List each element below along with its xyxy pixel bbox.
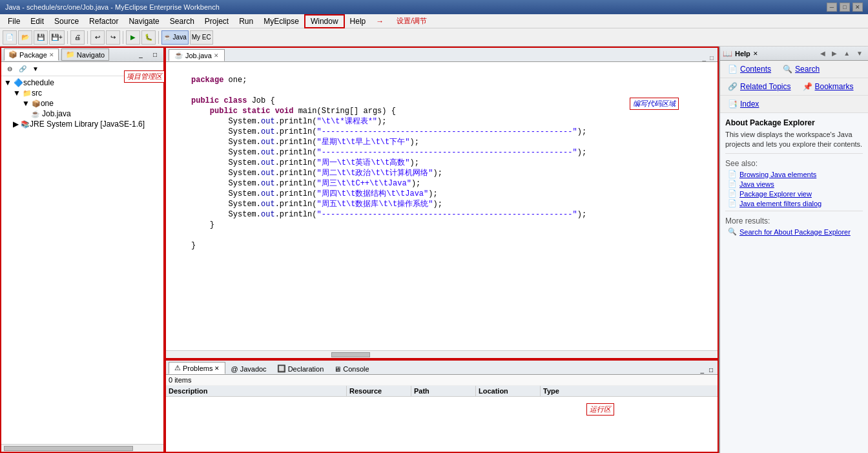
tab-navigator[interactable]: 📁 Navigato [61, 48, 109, 61]
tb-java-perspective[interactable]: ☕ Java [161, 30, 189, 45]
code-content[interactable]: package one; public class Job { public s… [189, 65, 718, 251]
col-header-path: Path [411, 386, 476, 396]
tree-item-jobjava[interactable]: ☕ Job.java [1, 109, 163, 119]
help-bookmarks-label[interactable]: Bookmarks [815, 82, 854, 91]
menu-file[interactable]: File [3, 16, 25, 27]
search-for-link[interactable]: 🔍 Search for About Package Explorer [720, 227, 868, 237]
tb-separator-2 [87, 31, 88, 44]
toolbar: 📄 📂 💾 💾+ 🖨 ↩ ↪ ▶ 🐛 ☕ Java My EC [0, 28, 868, 47]
help-contents-label[interactable]: Contents [740, 65, 771, 74]
tb-debug-button[interactable]: 🐛 [141, 30, 156, 45]
right-panel: 📖 Help ✕ ◀ ▶ ▲ ▼ 📄 Contents 🔍 Search [719, 47, 868, 453]
related-link-text-2[interactable]: Java views [739, 180, 774, 188]
javadoc-tab-label: Javadoc [240, 365, 267, 373]
tb-open-button[interactable]: 📂 [18, 30, 32, 45]
related-link-text-1[interactable]: Browsing Java elements [739, 171, 816, 178]
tb-save-all-button[interactable]: 💾+ [49, 30, 65, 45]
tb-undo-button[interactable]: ↩ [90, 30, 105, 45]
panel-max-button[interactable]: □ [149, 49, 161, 61]
tab-console[interactable]: 🖥 Console [329, 364, 374, 374]
bottom-min-button[interactable]: _ [698, 366, 706, 374]
menu-window[interactable]: Window [304, 14, 345, 28]
editor-hscrollbar[interactable] [166, 350, 718, 358]
bottom-tabs: ⚠ Problems ✕ @ Javadoc 🔲 Declaration 🖥 [166, 361, 718, 375]
editor-max-button[interactable]: □ [708, 54, 715, 61]
tree-item-src[interactable]: ▼ 📁 src [1, 88, 163, 98]
editor-scroll-thumb[interactable] [331, 352, 370, 357]
more-results-label: More results: [720, 214, 868, 227]
tb-run-button[interactable]: ▶ [126, 30, 140, 45]
related-link-3[interactable]: 📄 Package Explorer view [720, 189, 868, 198]
close-tab-icon[interactable]: ✕ [214, 52, 219, 59]
help-nav-prev[interactable]: ◀ [818, 48, 828, 58]
related-link-text-4[interactable]: Java element filters dialog [739, 200, 822, 207]
col-header-location: Location [476, 386, 541, 396]
minimize-button[interactable]: ─ [827, 3, 837, 12]
tb-new-button[interactable]: 📄 [3, 30, 17, 45]
tb-redo-button[interactable]: ↪ [106, 30, 120, 45]
declaration-tab-label: Declaration [288, 365, 324, 373]
tb-print-button[interactable]: 🖨 [70, 30, 85, 45]
left-panel-scrollbar[interactable] [1, 444, 163, 452]
tree-item-one[interactable]: ▼ 📦 one [1, 98, 163, 109]
editor-tab-controls: _ □ [701, 54, 715, 61]
link-editor-button[interactable]: 🔗 [17, 63, 28, 75]
help-bookmarks[interactable]: 📌 Bookmarks [798, 81, 859, 92]
related-link-icon-1: 📄 [728, 170, 737, 178]
help-index[interactable]: 📑 Index [723, 98, 764, 110]
tab-problems[interactable]: ⚠ Problems ✕ [169, 362, 225, 374]
right-panel-header: 📖 Help ✕ ◀ ▶ ▲ ▼ [720, 47, 868, 61]
help-nav-menu[interactable]: ▼ [854, 48, 865, 58]
bottom-panel: ⚠ Problems ✕ @ Javadoc 🔲 Declaration 🖥 [165, 359, 719, 453]
menu-edit[interactable]: Edit [25, 16, 49, 27]
menu-bar: File Edit Source Refactor Navigate Searc… [0, 14, 868, 28]
help-related-topics[interactable]: 🔗 Related Topics [723, 81, 796, 92]
right-panel-content: About Package Explorer This view display… [720, 113, 868, 453]
tab-declaration[interactable]: 🔲 Declaration [272, 363, 329, 374]
help-contents[interactable]: 📄 Contents [723, 63, 776, 75]
menu-annotation-label: 设置/调节 [397, 16, 427, 26]
help-search[interactable]: 🔍 Search [778, 63, 825, 75]
tree-area: ▼ 🔷 schedule ▼ 📁 src ▼ 📦 one ☕ [1, 76, 163, 444]
menu-run[interactable]: Run [234, 16, 258, 27]
bottom-max-button[interactable]: □ [707, 366, 715, 374]
menu-navigate[interactable]: Navigate [123, 16, 164, 27]
tree-item-schedule[interactable]: ▼ 🔷 schedule [1, 78, 163, 88]
menu-project[interactable]: Project [200, 16, 234, 27]
menu-myeclipse[interactable]: MyEclipse [258, 16, 304, 27]
menu-search[interactable]: Search [165, 16, 200, 27]
panel-min-button[interactable]: _ [135, 49, 147, 61]
related-link-icon-3: 📄 [728, 189, 737, 198]
related-link-4[interactable]: 📄 Java element filters dialog [720, 198, 868, 208]
menu-source[interactable]: Source [49, 16, 84, 27]
help-nav-next[interactable]: ▶ [829, 48, 840, 58]
collapse-all-button[interactable]: ⊖ [4, 63, 16, 75]
tab-javadoc[interactable]: @ Javadoc [225, 364, 271, 374]
related-link-2[interactable]: 📄 Java views [720, 179, 868, 189]
menu-help[interactable]: Help [345, 16, 371, 27]
tb-save-button[interactable]: 💾 [34, 30, 48, 45]
tree-item-jre[interactable]: ▶ 📚 JRE System Library [JavaSE-1.6] [1, 119, 163, 129]
help-search-label[interactable]: Search [795, 65, 820, 74]
tb-myeclipse-button[interactable]: My EC [190, 30, 213, 45]
code-editor[interactable]: 编写代码区域 package one; public class Job { p… [166, 62, 718, 350]
related-link-1[interactable]: 📄 Browsing Java elements [720, 169, 868, 179]
search-link-text[interactable]: Search for About Package Explorer [739, 228, 851, 236]
bottom-status: 0 items [166, 375, 718, 386]
help-index-label[interactable]: Index [740, 100, 759, 109]
help-panel-title: Help [735, 50, 750, 58]
related-icon: 🔗 [728, 82, 738, 91]
editor-min-button[interactable]: _ [701, 54, 707, 61]
menu-refactor[interactable]: Refactor [84, 16, 123, 27]
expand-icon-src: ▼ [13, 89, 21, 98]
help-related-label[interactable]: Related Topics [740, 82, 791, 91]
related-link-text-3[interactable]: Package Explorer view [739, 190, 812, 198]
maximize-button[interactable]: □ [840, 3, 850, 12]
tab-jobjava[interactable]: ☕ Job.java ✕ [169, 49, 225, 61]
tab-package-explorer[interactable]: 📦 Package ✕ [4, 48, 59, 61]
help-nav-up[interactable]: ▲ [841, 48, 852, 58]
view-menu-button[interactable]: ▼ [30, 63, 41, 75]
close-button[interactable]: ✕ [852, 3, 863, 12]
tb-separator-1 [67, 31, 68, 44]
problems-close-icon[interactable]: ✕ [214, 365, 220, 372]
